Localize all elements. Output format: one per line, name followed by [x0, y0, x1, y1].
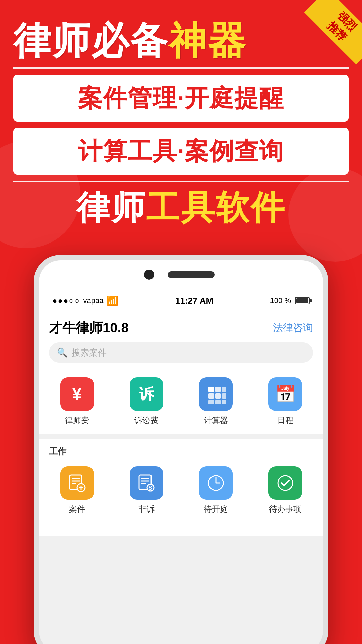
wifi-icon: 📶 — [107, 295, 118, 306]
title-line3-part1: 律师 — [76, 189, 146, 226]
app-link[interactable]: 法律咨询 — [273, 321, 313, 335]
status-left: ●●●○○ vapaa 📶 — [52, 295, 118, 306]
title-part2: 神器 — [169, 20, 247, 62]
phone-bottom-cut — [39, 523, 323, 536]
tool-label-calculator: 计算器 — [204, 415, 228, 426]
search-placeholder: 搜索案件 — [72, 347, 107, 359]
svg-point-25 — [278, 476, 293, 490]
hero-title-line3: 律师工具软件 — [13, 188, 349, 227]
tool-icon-litigation-fee: 诉 — [130, 377, 163, 411]
work-label-non-litigation: 非诉 — [138, 504, 155, 515]
work-item-pending-hearing[interactable]: 待开庭 — [189, 466, 243, 515]
work-label-case: 案件 — [69, 504, 85, 515]
svg-rect-3 — [208, 393, 214, 399]
work-item-non-litigation[interactable]: $ 非诉 — [120, 466, 173, 515]
work-label-todo: 待办事项 — [269, 504, 301, 515]
promo-area: 律师必备神器 案件管理·开庭提醒 计算工具·案例查询 律师工具软件 — [0, 0, 362, 227]
phone-top — [39, 260, 323, 290]
status-bar: ●●●○○ vapaa 📶 11:27 AM 100 % — [39, 290, 323, 311]
battery-fill — [296, 298, 308, 303]
svg-rect-2 — [222, 387, 226, 392]
divider-2 — [13, 181, 349, 182]
work-icon-todo — [268, 466, 302, 500]
battery-percent: 100 % — [270, 296, 291, 305]
svg-rect-6 — [208, 400, 214, 404]
tool-icon-calculator — [199, 377, 233, 411]
work-item-todo[interactable]: 待办事项 — [258, 466, 312, 515]
section-divider — [39, 434, 323, 439]
svg-rect-1 — [215, 387, 221, 392]
hero-title-line1: 律师必备神器 — [13, 20, 349, 61]
svg-rect-4 — [215, 393, 221, 399]
work-label-pending-hearing: 待开庭 — [204, 504, 228, 515]
search-icon: 🔍 — [57, 347, 68, 358]
svg-rect-0 — [208, 387, 214, 392]
feature-box-1: 案件管理·开庭提醒 — [13, 75, 349, 122]
search-input[interactable]: 🔍 搜索案件 — [49, 342, 313, 363]
feature-text-1: 案件管理·开庭提醒 — [23, 82, 339, 114]
battery-icon — [295, 297, 310, 304]
feature-box-2: 计算工具·案例查询 — [13, 128, 349, 175]
title-line3-part2: 工具软件 — [146, 189, 286, 226]
work-icon-pending-hearing — [199, 466, 233, 500]
tool-item-schedule[interactable]: 📅 日程 — [258, 377, 312, 426]
tool-label-schedule: 日程 — [277, 415, 293, 426]
tools-grid: ¥ 律师费 诉 诉讼费 — [39, 369, 323, 434]
tool-item-lawyer-fee[interactable]: ¥ 律师费 — [50, 377, 104, 426]
tool-item-calculator[interactable]: 计算器 — [189, 377, 243, 426]
svg-rect-7 — [215, 400, 221, 404]
tool-label-lawyer-fee: 律师费 — [65, 415, 89, 426]
tool-item-litigation-fee[interactable]: 诉 诉讼费 — [120, 377, 173, 426]
divider-1 — [13, 67, 349, 69]
carrier-label: vapaa — [83, 296, 103, 305]
phone-camera — [144, 270, 154, 280]
work-icon-non-litigation: $ — [130, 466, 163, 500]
phone-speaker — [168, 271, 215, 278]
signal-icon: ●●●○○ — [52, 296, 80, 305]
work-section-header: 工作 — [39, 439, 323, 461]
feature-text-2: 计算工具·案例查询 — [23, 135, 339, 167]
app-title: 才牛律师10.8 — [49, 319, 129, 337]
work-grid: 案件 $ 非诉 — [39, 461, 323, 523]
svg-text:$: $ — [149, 485, 152, 491]
page-wrapper: 强烈 推荐 律师必备神器 案件管理·开庭提醒 计算工具·案例查询 律师工具软件 — [0, 0, 362, 644]
status-right: 100 % — [270, 296, 310, 305]
phone-mockup: ●●●○○ vapaa 📶 11:27 AM 100 % 才牛律师10.8 法律… — [34, 255, 328, 644]
work-icon-case — [60, 466, 94, 500]
tool-icon-lawyer-fee: ¥ — [60, 377, 94, 411]
app-header: 才牛律师10.8 法律咨询 — [39, 311, 323, 342]
title-part1: 律师必备 — [13, 20, 169, 62]
svg-rect-5 — [222, 393, 226, 399]
time-label: 11:27 AM — [175, 296, 213, 306]
search-bar-container: 🔍 搜索案件 — [39, 342, 323, 369]
tool-label-litigation-fee: 诉讼费 — [134, 415, 159, 426]
tool-icon-schedule: 📅 — [268, 377, 302, 411]
svg-rect-8 — [222, 400, 226, 404]
work-item-case[interactable]: 案件 — [50, 466, 104, 515]
